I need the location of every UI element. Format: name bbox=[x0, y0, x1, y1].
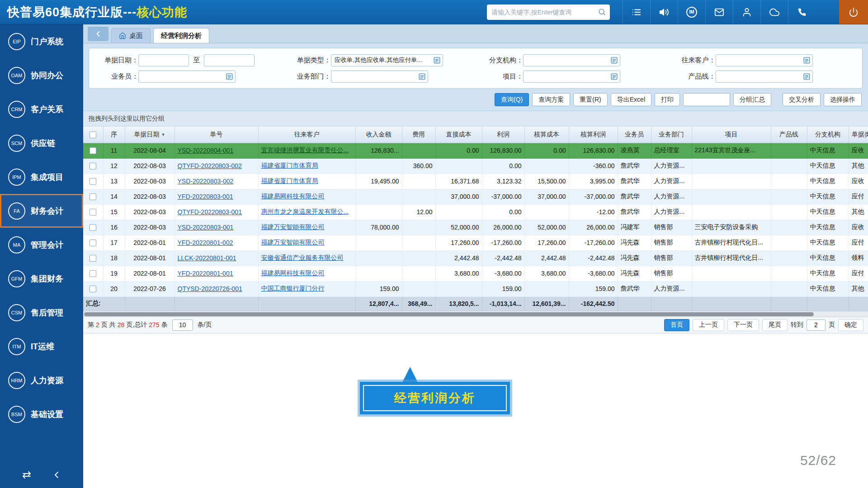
product-line-filter[interactable] bbox=[716, 70, 813, 83]
customer-link[interactable]: 宜宾骏继洪骥置业有限责任公... bbox=[261, 146, 349, 154]
sidebar-item-gfm[interactable]: GFM集团财务 bbox=[0, 262, 83, 296]
table-row[interactable]: 182022-08-01LLCK-20220801-001安徽省通信产业服务有限… bbox=[83, 250, 868, 266]
query-plan-button[interactable]: 查询方案 bbox=[532, 93, 570, 106]
picker-icon[interactable] bbox=[226, 73, 233, 80]
column-header-income[interactable]: 收入金额 bbox=[355, 127, 402, 143]
table-row[interactable]: 162022-08-03YSD-20220803-001福建万安智能有限公司78… bbox=[83, 220, 868, 235]
table-row[interactable]: 112022-08-04YSD-20220804-001宜宾骏继洪骥置业有限责任… bbox=[83, 143, 868, 158]
column-header-branch[interactable]: 分支机构 bbox=[807, 127, 849, 143]
prev-page-button[interactable]: 上一页 bbox=[693, 319, 724, 331]
last-page-button[interactable]: 尾页 bbox=[762, 319, 788, 331]
sidebar-item-bsm[interactable]: BSM基础设置 bbox=[0, 397, 83, 431]
user-icon[interactable] bbox=[733, 0, 760, 24]
row-checkbox[interactable] bbox=[90, 255, 96, 262]
column-header-date[interactable]: 单据日期▼ bbox=[125, 127, 175, 143]
customer-link[interactable]: 惠州市龙之泉温泉开发有限公... bbox=[261, 208, 349, 215]
column-header-department[interactable]: 业务部门 bbox=[651, 127, 692, 143]
sidebar-item-eip[interactable]: EIP门户系统 bbox=[0, 24, 83, 58]
print-button[interactable]: 打印 bbox=[655, 93, 680, 106]
customer-link[interactable]: 福建省厦门市体育局 bbox=[261, 162, 318, 169]
search-input[interactable] bbox=[491, 9, 598, 16]
swap-icon[interactable] bbox=[21, 469, 32, 480]
customer-link[interactable]: 中国工商银行厦门分行 bbox=[261, 285, 325, 292]
first-page-button[interactable]: 首页 bbox=[664, 319, 689, 331]
sidebar-item-crm[interactable]: CRM客户关系 bbox=[0, 92, 83, 126]
picker-icon[interactable] bbox=[610, 56, 618, 64]
column-header-direct-cost[interactable]: 直接成本 bbox=[435, 127, 482, 143]
picker-icon[interactable] bbox=[803, 73, 811, 80]
page-size-select[interactable]: 10 bbox=[172, 319, 193, 331]
doc-no-link[interactable]: QTYFD-20220803-002 bbox=[178, 162, 242, 169]
horizontal-scrollbar[interactable] bbox=[83, 311, 868, 317]
export-excel-button[interactable]: 导出Excel bbox=[611, 93, 651, 106]
customer-link[interactable]: 福建易网科技有限公司 bbox=[261, 269, 325, 277]
row-checkbox[interactable] bbox=[90, 224, 96, 231]
sidebar-item-scm[interactable]: SCM供应链 bbox=[0, 126, 83, 160]
sidebar-item-ma[interactable]: MA管理会计 bbox=[0, 228, 83, 262]
power-icon[interactable] bbox=[839, 0, 868, 24]
tab-desktop[interactable]: 桌面 bbox=[111, 28, 151, 43]
project-filter[interactable] bbox=[523, 70, 620, 83]
group-by-bar[interactable]: 拖拽列头到这里以用它分组 bbox=[83, 111, 868, 127]
sidebar-item-hrm[interactable]: HRM人力资源 bbox=[0, 363, 83, 397]
sidebar-item-csm[interactable]: CSM售后管理 bbox=[0, 296, 83, 329]
picker-icon[interactable] bbox=[418, 73, 426, 80]
back-button[interactable] bbox=[88, 27, 108, 41]
doc-no-link[interactable]: YFD-20220803-001 bbox=[178, 193, 233, 200]
table-row[interactable]: 202022-07-26QTYSD-20220726-001中国工商银行厦门分行… bbox=[83, 281, 868, 296]
row-checkbox[interactable] bbox=[90, 147, 96, 154]
date-from-input[interactable] bbox=[138, 54, 189, 66]
mail-icon[interactable] bbox=[705, 0, 733, 24]
query-button[interactable]: 查询(Q) bbox=[495, 93, 529, 106]
customer-link[interactable]: 福建万安智能有限公司 bbox=[261, 239, 325, 246]
column-header-fee[interactable]: 费用 bbox=[402, 127, 435, 143]
group-summary-button[interactable]: 分组汇总 bbox=[733, 93, 771, 106]
doc-no-link[interactable]: YFD-20220801-002 bbox=[178, 239, 233, 246]
table-row[interactable]: 172022-08-01YFD-20220801-002福建万安智能有限公司17… bbox=[83, 235, 868, 250]
column-header-doc-type[interactable]: 单据类型 bbox=[849, 127, 868, 143]
sidebar-item-itm[interactable]: ITMIT运维 bbox=[0, 329, 83, 363]
picker-icon[interactable] bbox=[803, 56, 811, 64]
branch-filter[interactable] bbox=[523, 54, 620, 66]
column-header-acct-profit[interactable]: 核算利润 bbox=[569, 127, 618, 143]
select-all-checkbox[interactable] bbox=[90, 131, 96, 138]
reset-button[interactable]: 重置(R) bbox=[573, 93, 607, 106]
table-row[interactable]: 132022-08-03YSD-20220803-002福建省厦门市体育局19,… bbox=[83, 174, 868, 189]
customer-link[interactable]: 福建省厦门市体育局 bbox=[261, 177, 318, 184]
column-header-product-line[interactable]: 产品线 bbox=[771, 127, 807, 143]
next-page-button[interactable]: 下一页 bbox=[727, 319, 759, 331]
customer-link[interactable]: 安徽省通信产业服务有限公司 bbox=[261, 254, 344, 261]
blank-button[interactable] bbox=[683, 93, 730, 106]
doc-no-link[interactable]: YFD-20220801-001 bbox=[178, 270, 233, 277]
column-header-project[interactable]: 项目 bbox=[692, 127, 771, 143]
doc-no-link[interactable]: YSD-20220803-001 bbox=[178, 224, 234, 231]
table-row[interactable]: 152022-08-03QTYFD-20220803-001惠州市龙之泉温泉开发… bbox=[83, 204, 868, 220]
picker-icon[interactable] bbox=[610, 73, 618, 80]
row-checkbox[interactable] bbox=[90, 178, 96, 185]
global-search[interactable] bbox=[487, 5, 610, 20]
goto-confirm-button[interactable]: 确定 bbox=[838, 319, 863, 331]
row-checkbox[interactable] bbox=[90, 163, 96, 169]
menu-icon[interactable] bbox=[623, 0, 650, 24]
customer-link[interactable]: 福建易网科技有限公司 bbox=[261, 192, 325, 200]
department-filter[interactable] bbox=[331, 70, 428, 83]
customer-link[interactable]: 福建万安智能有限公司 bbox=[261, 223, 325, 230]
doc-no-link[interactable]: YSD-20220803-002 bbox=[178, 178, 234, 185]
search-icon[interactable] bbox=[598, 8, 606, 16]
column-header-doc-no[interactable]: 单号 bbox=[175, 127, 258, 143]
row-checkbox[interactable] bbox=[90, 239, 96, 246]
doc-no-link[interactable]: LLCK-20220801-001 bbox=[178, 254, 236, 262]
doc-no-link[interactable]: QTYFD-20220803-001 bbox=[178, 208, 242, 216]
column-header-acct-cost[interactable]: 核算成本 bbox=[524, 127, 569, 143]
column-header-salesperson[interactable]: 业务员 bbox=[618, 127, 651, 143]
picker-icon[interactable] bbox=[433, 56, 441, 64]
row-checkbox[interactable] bbox=[90, 286, 96, 292]
sidebar-item-fa[interactable]: FA财务会计 bbox=[0, 194, 83, 228]
doc-no-link[interactable]: YSD-20220804-001 bbox=[178, 147, 234, 154]
table-row[interactable]: 122022-08-03QTYFD-20220803-002福建省厦门市体育局3… bbox=[83, 158, 868, 174]
date-to-input[interactable] bbox=[204, 54, 255, 66]
cloud-icon[interactable] bbox=[760, 0, 788, 24]
row-checkbox[interactable] bbox=[90, 270, 96, 277]
sidebar-item-ipm[interactable]: IPM集成项目 bbox=[0, 160, 83, 194]
table-row[interactable]: 192022-08-01YFD-20220801-001福建易网科技有限公司3,… bbox=[83, 266, 868, 281]
